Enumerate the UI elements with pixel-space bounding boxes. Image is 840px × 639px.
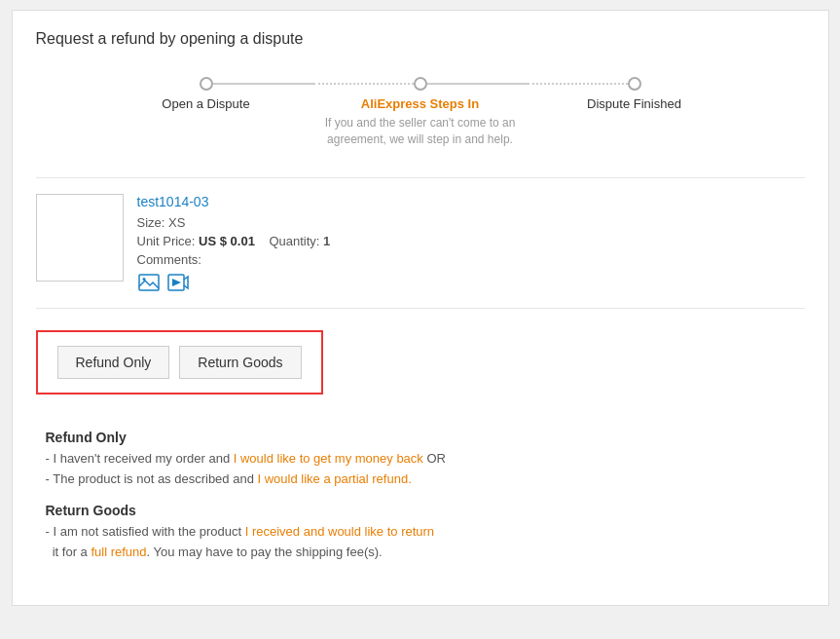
step1-circle xyxy=(200,77,213,91)
product-size: Size: XS xyxy=(137,215,805,230)
return-highlight-1: I received and would like to return xyxy=(245,524,434,539)
return-goods-line1: - I am not satisfied with the product I … xyxy=(46,522,805,542)
product-name: test1014-03 xyxy=(137,194,805,209)
button-section: Refund Only Return Goods xyxy=(36,330,323,395)
step1-label: Open a Dispute xyxy=(162,96,249,111)
refund-only-line1: - I haven't received my order and I woul… xyxy=(46,449,805,469)
step3-header xyxy=(528,77,742,91)
step-dispute-finished: Dispute Finished xyxy=(528,77,742,111)
refund-only-title: Refund Only xyxy=(46,430,805,445)
size-value: XS xyxy=(168,215,185,230)
price-label: Unit Price: xyxy=(137,234,196,248)
step2-label: AliExpress Steps In xyxy=(361,96,479,111)
divider-1 xyxy=(36,177,805,178)
refund-only-info: Refund Only - I haven't received my orde… xyxy=(46,430,805,489)
step1-line xyxy=(213,83,313,85)
page-title: Request a refund by opening a dispute xyxy=(36,30,805,48)
button-section-wrapper: Refund Only Return Goods xyxy=(36,324,805,430)
product-row: test1014-03 Size: XS Unit Price: US $ 0.… xyxy=(36,194,805,309)
refund-only-line2: - The product is not as described and I … xyxy=(46,470,805,489)
step2-sublabel: If you and the seller can't come to an a… xyxy=(313,115,528,148)
svg-marker-3 xyxy=(172,279,181,286)
return-highlight-2: full refund xyxy=(91,545,146,559)
price-value: US $ 0.01 xyxy=(199,234,255,248)
return-goods-button[interactable]: Return Goods xyxy=(179,346,301,379)
refund-only-button[interactable]: Refund Only xyxy=(57,346,170,379)
step-aliexpress-steps-in: AliExpress Steps In If you and the selle… xyxy=(313,77,528,148)
quantity-value: 1 xyxy=(323,234,330,248)
main-container: Request a refund by opening a dispute Op… xyxy=(12,10,829,606)
return-goods-title: Return Goods xyxy=(46,503,805,518)
image-upload-icon[interactable] xyxy=(137,273,161,292)
step2-circle xyxy=(414,77,427,91)
info-section: Refund Only - I haven't received my orde… xyxy=(36,430,805,562)
quantity-label: Quantity: xyxy=(269,234,319,248)
icons-row xyxy=(137,273,805,292)
refund-highlight-2: I would like a partial refund. xyxy=(258,471,412,486)
video-upload-icon[interactable] xyxy=(166,273,190,292)
step2-line xyxy=(427,83,528,85)
product-price-row: Unit Price: US $ 0.01 Quantity: 1 xyxy=(137,234,805,248)
product-image xyxy=(36,194,124,282)
product-details: test1014-03 Size: XS Unit Price: US $ 0.… xyxy=(137,194,805,292)
step2-header xyxy=(313,77,528,91)
step1-header xyxy=(99,77,313,91)
step-open-dispute: Open a Dispute xyxy=(99,77,313,111)
steps-progress: Open a Dispute AliExpress Steps In If yo… xyxy=(36,67,805,158)
return-goods-line2: it for a full refund. You may have to pa… xyxy=(46,543,805,562)
step3-circle xyxy=(628,77,641,91)
return-goods-info: Return Goods - I am not satisfied with t… xyxy=(46,503,805,562)
size-label: Size: xyxy=(137,215,165,230)
step3-label: Dispute Finished xyxy=(587,96,681,111)
comments-label: Comments: xyxy=(137,252,805,267)
refund-highlight-1: I would like to get my money back xyxy=(234,451,423,466)
